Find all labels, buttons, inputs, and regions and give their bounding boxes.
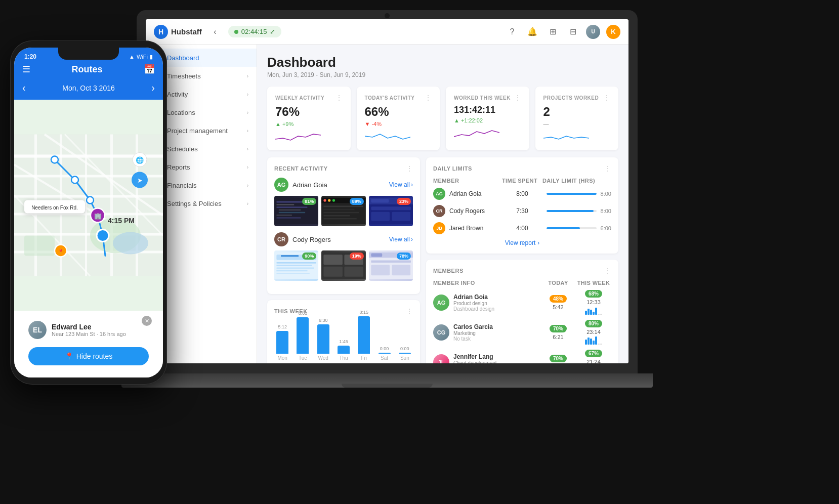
week-bar-day-label: Sun <box>400 355 409 361</box>
member-info-ag: AG Adrian Goia Product design Dashboard … <box>433 293 540 312</box>
panel-menu-limits[interactable]: ⋮ <box>604 164 611 173</box>
member-task-cg: No task <box>453 336 493 342</box>
svg-rect-41 <box>276 215 292 216</box>
week-bar-column: 1:45Thu <box>335 339 352 361</box>
limits-table-header: Member Time spent Daily limit (hrs) <box>433 178 611 184</box>
mini-bar <box>595 337 597 345</box>
recent-activity-panel: RECENT ACTIVITY ⋮ AG Adrian Goia <box>267 157 420 294</box>
phone-user-avatar: EL <box>28 321 47 339</box>
week-badge-cg: 80% <box>585 320 602 327</box>
hide-routes-button[interactable]: 📍 Hide routes <box>28 347 149 365</box>
member-avatar-jl: JL <box>433 354 449 364</box>
limits-row-cr: CR Cody Rogers 7:30 8:0 <box>433 205 611 217</box>
week-bar-time-label: 8:15 <box>360 310 369 315</box>
member-avatar-cg: CG <box>433 324 449 341</box>
screenshot-thumb[interactable]: 89% <box>321 196 365 226</box>
back-button[interactable]: ‹ <box>208 25 222 39</box>
svg-text:➤: ➤ <box>137 177 143 184</box>
limits-col-time: Time spent <box>502 178 542 184</box>
mini-bar <box>595 308 597 315</box>
activity-user-info: AG Adrian Goia <box>274 178 327 192</box>
week-bar <box>317 324 329 354</box>
stat-card-header: WORKED THIS WEEK ⋮ <box>454 94 521 102</box>
view-report-link[interactable]: View report › <box>433 239 611 246</box>
limits-bar-track <box>547 227 597 229</box>
mini-bar <box>590 310 592 315</box>
members-col-today: Today <box>540 280 576 286</box>
member-details-ag: Adrian Goia Product design Dashboard des… <box>453 293 494 312</box>
stat-menu-worked[interactable]: ⋮ <box>514 94 521 102</box>
phone-user-info: EL Edward Lee Near 123 Main St · 16 hrs … <box>21 316 156 344</box>
stat-menu-weekly[interactable]: ⋮ <box>335 94 343 102</box>
bell-icon[interactable]: 🔔 <box>525 25 539 39</box>
sidebar-locations-label: Locations <box>167 109 195 116</box>
prev-date-button[interactable]: ‹ <box>22 82 26 94</box>
mini-bars-cg <box>585 337 602 345</box>
limits-col-limit: Daily limit (hrs) <box>542 178 611 184</box>
right-column: DAILY LIMITS ⋮ Member Time spent Daily l… <box>426 157 618 363</box>
week-bar-day-label: Tue <box>299 355 307 361</box>
stat-change-worked: ▲ +1:22:02 <box>454 117 521 123</box>
apps-icon[interactable]: ⊞ <box>546 25 560 39</box>
screenshot-thumb[interactable]: 23% <box>369 196 413 226</box>
today-cell-cg: 70% 6:21 <box>540 325 576 340</box>
view-all-ag[interactable]: View all › <box>389 181 413 188</box>
activity-user-info: CR Cody Rogers <box>274 232 331 246</box>
close-button[interactable]: ✕ <box>142 316 152 326</box>
page-title: Dashboard <box>267 55 618 70</box>
stat-menu-projects[interactable]: ⋮ <box>603 94 610 102</box>
screenshot-thumb[interactable]: 78% <box>369 250 413 281</box>
sparkline-weekly <box>275 129 343 143</box>
user-avatar-k[interactable]: K <box>606 25 620 39</box>
svg-rect-61 <box>281 255 299 257</box>
activity-pct-badge: 23% <box>397 198 411 205</box>
today-badge-cg: 70% <box>550 325 567 332</box>
limits-bar-col-ag: 8:00 <box>547 191 611 197</box>
phone-user-card: ✕ EL Edward Lee Near 123 Main St · 16 hr… <box>14 311 163 377</box>
svg-point-46 <box>328 199 330 201</box>
mini-bars-ag <box>585 307 602 315</box>
stat-menu-today[interactable]: ⋮ <box>425 94 432 102</box>
calendar-icon[interactable]: 📅 <box>144 64 155 75</box>
week-bar <box>338 346 350 354</box>
signal-icon: ▲ <box>129 54 135 60</box>
svg-rect-76 <box>371 265 390 275</box>
screenshots-row-cr: 90% <box>274 250 413 281</box>
stat-card-header: WEEKLY ACTIVITY ⋮ <box>275 94 343 102</box>
timer-badge[interactable]: 02:44:15 ⤢ <box>228 26 282 37</box>
help-icon[interactable]: ? <box>505 25 519 39</box>
user-avatar[interactable]: U <box>586 25 600 39</box>
panel-menu-activity[interactable]: ⋮ <box>406 164 413 173</box>
member-row-ag: AG Adrian Goia Product design Dashboard … <box>433 290 611 315</box>
next-date-button[interactable]: › <box>151 82 155 94</box>
member-name-cg: Carlos Garcia <box>453 323 493 330</box>
panel-menu-week[interactable]: ⋮ <box>406 307 413 315</box>
grid-icon[interactable]: ⊟ <box>566 25 580 39</box>
limits-name-cr: Cody Rogers <box>449 207 485 215</box>
limits-row-ag: AG Adrian Goia 8:00 8:0 <box>433 188 611 200</box>
limits-val-jb: 6:00 <box>601 225 611 231</box>
svg-rect-36 <box>276 201 303 203</box>
bottom-grid: RECENT ACTIVITY ⋮ AG Adrian Goia <box>267 157 618 363</box>
svg-point-21 <box>87 197 94 204</box>
panel-menu-members[interactable]: ⋮ <box>604 267 611 275</box>
limits-bar-fill <box>547 193 597 195</box>
expand-icon: ⤢ <box>270 28 275 35</box>
sparkline-today <box>365 129 432 143</box>
limits-time-cr: 7:30 <box>502 207 542 215</box>
sparkline-projects <box>543 129 611 143</box>
hamburger-icon[interactable]: ☰ <box>22 64 30 75</box>
screenshot-thumb[interactable]: 90% <box>274 250 318 281</box>
location-icon: 📍 <box>65 352 73 360</box>
svg-rect-57 <box>371 212 390 221</box>
view-all-cr[interactable]: View all › <box>389 236 413 243</box>
screenshot-thumb[interactable]: 19% <box>321 250 365 281</box>
activity-pct-badge: 78% <box>397 253 411 260</box>
panel-header: RECENT ACTIVITY ⋮ <box>274 164 413 173</box>
phone-map: 🏢 📍 Needlers on Fox Rd. 4:15 PM ➤ <box>14 100 163 311</box>
activity-pct-badge: 89% <box>350 198 364 205</box>
screenshot-thumb[interactable]: 81% <box>274 196 318 226</box>
week-chart: 5:12Mon8:05Tue6:30Wed1:45Thu8:15Fri0:00S… <box>274 320 413 361</box>
week-bar-time-label: 8:05 <box>299 311 308 316</box>
week-bar-day-label: Fri <box>361 355 367 361</box>
